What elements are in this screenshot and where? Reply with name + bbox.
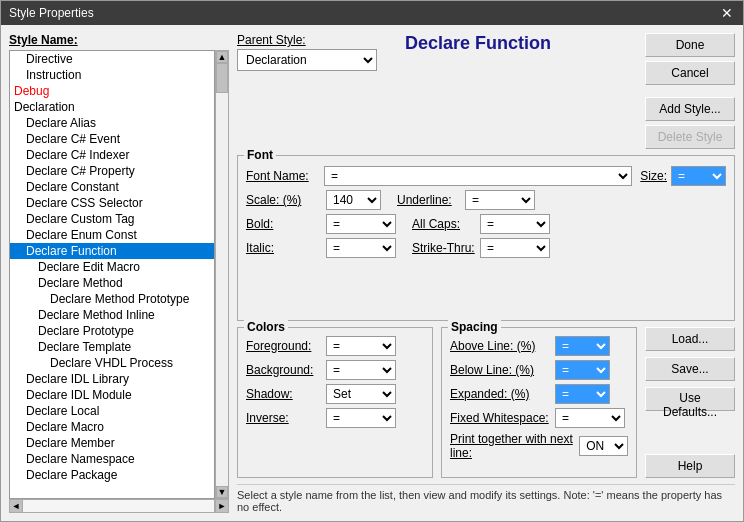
list-item[interactable]: Declare C# Event xyxy=(10,131,214,147)
bold-label: Bold: xyxy=(246,217,326,231)
bold-allcaps-row: Bold: = All Caps: = xyxy=(246,214,726,234)
list-item[interactable]: Declare IDL Module xyxy=(10,387,214,403)
italic-label: Italic: xyxy=(246,241,326,255)
background-dropdown[interactable]: = xyxy=(326,360,396,380)
spacing-section: Spacing Above Line: (%) = Below Line: (%… xyxy=(441,327,637,479)
list-item[interactable]: Declare Enum Const xyxy=(10,227,214,243)
inverse-row: Inverse: = xyxy=(246,408,424,428)
style-title-heading: Declare Function xyxy=(405,33,629,54)
style-list-container[interactable]: DirectiveInstructionDebugDeclarationDecl… xyxy=(9,50,215,499)
font-section: Font Font Name: = Size: = Scale: (%) xyxy=(237,155,735,321)
list-item[interactable]: Declare IDL Library xyxy=(10,371,214,387)
above-line-dropdown[interactable]: = xyxy=(555,336,610,356)
font-name-dropdown[interactable]: = xyxy=(324,166,632,186)
below-line-label: Below Line: (%) xyxy=(450,363,555,377)
strike-thru-dropdown[interactable]: = xyxy=(480,238,550,258)
list-item[interactable]: Declare Method Prototype xyxy=(10,291,214,307)
use-defaults-button[interactable]: Use Defaults... xyxy=(645,387,735,411)
list-item[interactable]: Declare Member xyxy=(10,435,214,451)
expanded-row: Expanded: (%) = xyxy=(450,384,628,404)
inverse-dropdown[interactable]: = xyxy=(326,408,396,428)
print-together-dropdown[interactable]: ON xyxy=(579,436,628,456)
list-item[interactable]: Declare Method Inline xyxy=(10,307,214,323)
print-together-row: Print together with next line: ON xyxy=(450,432,628,460)
list-item[interactable]: Declare Template xyxy=(10,339,214,355)
list-item[interactable]: Declare Package xyxy=(10,467,214,483)
window-title: Style Properties xyxy=(9,6,94,20)
list-item[interactable]: Declare Edit Macro xyxy=(10,259,214,275)
fixed-whitespace-row: Fixed Whitespace: = xyxy=(450,408,628,428)
all-caps-dropdown[interactable]: = xyxy=(480,214,550,234)
list-item[interactable]: Declare Alias xyxy=(10,115,214,131)
list-item[interactable]: Declare Namespace xyxy=(10,451,214,467)
list-item[interactable]: Declaration xyxy=(10,99,214,115)
shadow-label: Shadow: xyxy=(246,387,326,401)
below-line-dropdown[interactable]: = xyxy=(555,360,610,380)
title-bar: Style Properties ✕ xyxy=(1,1,743,25)
scroll-right-btn[interactable]: ► xyxy=(215,499,229,513)
style-list-scrollbar[interactable]: ▲ ▼ xyxy=(215,50,229,499)
done-button[interactable]: Done xyxy=(645,33,735,57)
bottom-info: Select a style name from the list, then … xyxy=(237,484,735,513)
shadow-dropdown[interactable]: Set xyxy=(326,384,396,404)
list-item[interactable]: Declare Method xyxy=(10,275,214,291)
cancel-button[interactable]: Cancel xyxy=(645,61,735,85)
background-label: Background: xyxy=(246,363,326,377)
colors-section: Colors Foreground: = Background: = xyxy=(237,327,433,479)
parent-style-section: Parent Style: Declaration xyxy=(237,33,377,71)
bold-dropdown[interactable]: = xyxy=(326,214,396,234)
scroll-thumb[interactable] xyxy=(216,63,228,93)
list-item[interactable]: Declare Custom Tag xyxy=(10,211,214,227)
list-item[interactable]: Declare C# Property xyxy=(10,163,214,179)
shadow-row: Shadow: Set xyxy=(246,384,424,404)
inverse-label: Inverse: xyxy=(246,411,326,425)
scale-label: Scale: (%) xyxy=(246,193,326,207)
list-item[interactable]: Directive xyxy=(10,51,214,67)
scroll-left-btn[interactable]: ◄ xyxy=(9,499,23,513)
strike-thru-label: Strike-Thru: xyxy=(412,241,480,255)
left-panel: Style Name: DirectiveInstructionDebugDec… xyxy=(9,33,229,513)
delete-style-button[interactable]: Delete Style xyxy=(645,125,735,149)
italic-strikethru-row: Italic: = Strike-Thru: = xyxy=(246,238,726,258)
help-button[interactable]: Help xyxy=(645,454,735,478)
list-item[interactable]: Declare C# Indexer xyxy=(10,147,214,163)
print-together-label: Print together with next line: xyxy=(450,432,579,460)
close-button[interactable]: ✕ xyxy=(719,5,735,21)
underline-dropdown[interactable]: = xyxy=(465,190,535,210)
list-item[interactable]: Debug xyxy=(10,83,214,99)
main-content: Style Name: DirectiveInstructionDebugDec… xyxy=(1,25,743,521)
add-style-button[interactable]: Add Style... xyxy=(645,97,735,121)
h-scrollbar: ◄ ► xyxy=(9,499,229,513)
expanded-dropdown[interactable]: = xyxy=(555,384,610,404)
background-row: Background: = xyxy=(246,360,424,380)
list-item[interactable]: Instruction xyxy=(10,67,214,83)
fixed-ws-label: Fixed Whitespace: xyxy=(450,411,555,425)
list-item[interactable]: Declare CSS Selector xyxy=(10,195,214,211)
italic-dropdown[interactable]: = xyxy=(326,238,396,258)
right-top: Parent Style: Declaration Declare Functi… xyxy=(237,33,735,149)
list-item[interactable]: Declare Constant xyxy=(10,179,214,195)
scroll-up-btn[interactable]: ▲ xyxy=(216,51,228,63)
list-item[interactable]: Declare Local xyxy=(10,403,214,419)
save-button[interactable]: Save... xyxy=(645,357,735,381)
style-properties-window: Style Properties ✕ Style Name: Directive… xyxy=(0,0,744,522)
right-buttons-panel: Load... Save... Use Defaults... Help xyxy=(645,327,735,479)
font-name-label: Font Name: xyxy=(246,169,324,183)
scale-dropdown[interactable]: 140 xyxy=(326,190,381,210)
parent-style-dropdown[interactable]: Declaration xyxy=(237,49,377,71)
below-line-row: Below Line: (%) = xyxy=(450,360,628,380)
list-item[interactable]: Declare Macro xyxy=(10,419,214,435)
size-dropdown[interactable]: = xyxy=(671,166,726,186)
list-item[interactable]: Declare VHDL Process xyxy=(10,355,214,371)
load-button[interactable]: Load... xyxy=(645,327,735,351)
list-item[interactable]: Declare Prototype xyxy=(10,323,214,339)
spacing-section-title: Spacing xyxy=(448,320,501,334)
foreground-dropdown[interactable]: = xyxy=(326,336,396,356)
fixed-ws-dropdown[interactable]: = xyxy=(555,408,625,428)
style-name-label: Style Name: xyxy=(9,33,229,47)
list-item[interactable]: Declare Function xyxy=(10,243,214,259)
colors-section-title: Colors xyxy=(244,320,288,334)
top-buttons-panel: Done Cancel Add Style... Delete Style xyxy=(645,33,735,149)
scroll-down-btn[interactable]: ▼ xyxy=(216,486,228,498)
foreground-row: Foreground: = xyxy=(246,336,424,356)
